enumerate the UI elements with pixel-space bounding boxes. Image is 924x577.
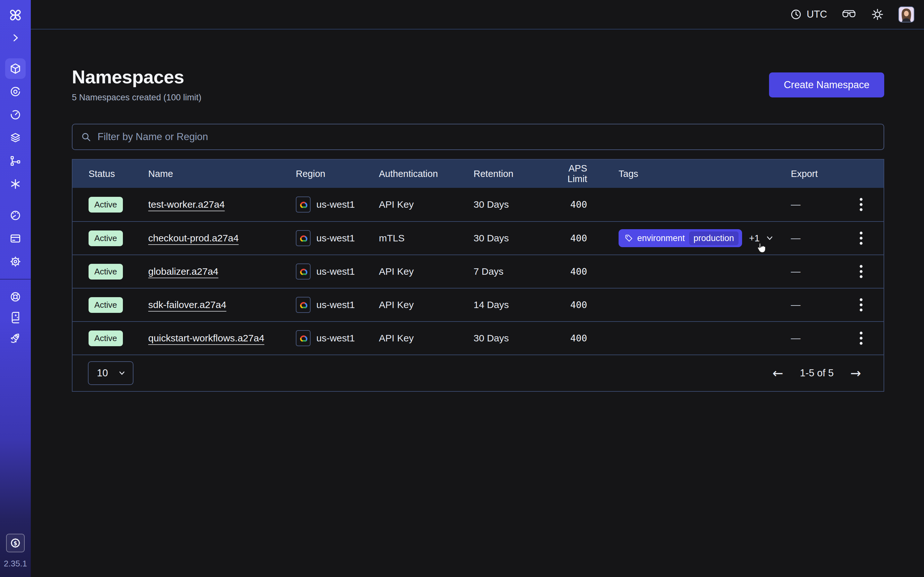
col-header-name: Name [148,169,296,179]
book-sparkles-icon [9,311,22,324]
namespace-link[interactable]: quickstart-workflows.a27a4 [148,333,264,343]
table-row: Active quickstart-workflows.a27a4 us-wes… [73,321,884,355]
branch-workflow-icon [9,155,22,167]
sidebar-item-support[interactable] [5,287,26,307]
user-avatar[interactable] [898,6,914,23]
export-value: — [775,233,838,243]
row-menu-button[interactable] [855,229,867,248]
gear-icon [9,255,22,268]
col-header-auth: Authentication [379,169,473,179]
tags-group: environment production +1 [619,229,774,247]
namespace-link[interactable]: globalizer.a27a4 [148,266,218,277]
sidebar-item-schedules[interactable] [5,105,26,125]
tag-more-count: +1 [749,233,760,243]
tags-expand-chevron[interactable] [765,234,774,243]
sidebar-item-deployments[interactable] [5,151,26,171]
sidebar-nav-primary [5,58,26,194]
kebab-menu-icon [859,231,863,245]
topbar: UTC [31,0,924,29]
sidebar-item-docs[interactable] [5,307,26,327]
sidebar: $ 2.35.1 [0,0,31,577]
temporal-logo[interactable] [8,8,23,23]
sidebar-item-monitors[interactable] [5,81,26,102]
region-label: us-west1 [317,199,355,210]
col-header-retention: Retention [473,169,548,179]
auth-label: API Key [379,300,473,310]
retention-label: 14 Days [473,300,548,310]
timezone-button[interactable]: UTC [790,8,827,21]
sidebar-divider [0,279,31,279]
auth-label: API Key [379,333,473,343]
filter-input[interactable] [97,131,875,143]
aps-limit-value: 400 [570,199,587,210]
export-value: — [775,333,838,343]
row-menu-button[interactable] [855,295,867,314]
labs-toggle-button[interactable] [841,9,857,19]
row-menu-button[interactable] [855,195,867,214]
tag-value: production [689,231,738,245]
sidebar-item-nexus[interactable] [5,174,26,194]
status-badge: Active [89,297,123,313]
spiral-eye-icon [9,85,22,98]
main-content: Namespaces 5 Namespaces created (100 lim… [31,66,924,392]
create-namespace-button[interactable]: Create Namespace [769,73,884,97]
pagination-range-label: 1-5 of 5 [800,367,834,379]
chevron-right-icon [14,35,17,41]
credits-button[interactable]: $ [6,534,25,552]
retention-label: 30 Days [473,199,548,210]
col-header-region: Region [296,169,379,179]
chevron-down-icon [118,369,126,378]
search-icon [81,132,91,142]
sidebar-item-layers[interactable] [5,127,26,148]
namespace-link[interactable]: checkout-prod.a27a4 [148,233,239,243]
svg-text:$: $ [13,540,17,546]
auth-label: mTLS [379,233,473,243]
auth-label: API Key [379,199,473,210]
export-value: — [775,199,838,210]
pagination: ← 1-5 of 5 → [772,367,861,380]
export-value: — [775,300,838,310]
sidebar-item-settings[interactable] [5,251,26,272]
gauge-icon [9,209,22,222]
namespace-link[interactable]: sdk-failover.a27a4 [148,300,226,310]
namespace-link[interactable]: test-worker.a27a4 [148,199,225,210]
chevron-down-icon [765,234,774,243]
kebab-menu-icon [859,197,863,211]
region-label: us-west1 [317,333,355,343]
avatar-portrait-icon [899,7,914,22]
status-badge: Active [89,197,123,213]
aps-limit-value: 400 [570,300,587,310]
page-size-select[interactable]: 10 [88,361,134,385]
col-header-status: Status [89,169,148,179]
sidebar-nav-help [5,287,26,348]
table-row: Active globalizer.a27a4 us-west1 API Key… [73,255,884,288]
sidebar-expand-button[interactable] [10,32,21,44]
region-label: us-west1 [317,233,355,243]
retention-label: 30 Days [473,333,548,343]
export-value: — [775,266,838,277]
col-header-export: Export [775,169,838,179]
col-header-tags: Tags [587,169,775,179]
next-page-button[interactable]: → [850,367,861,380]
sidebar-bottom: $ 2.35.1 [4,534,27,577]
prev-page-button[interactable]: ← [772,367,783,380]
row-menu-button[interactable] [855,329,867,348]
kebab-menu-icon [859,331,863,345]
app-version: 2.35.1 [4,559,27,569]
tag-pill[interactable]: environment production [619,229,742,247]
row-menu-button[interactable] [855,262,867,281]
cube-icon [9,62,22,75]
sidebar-item-billing[interactable] [5,228,26,249]
aps-limit-value: 400 [570,233,587,243]
gcp-cloud-icon [296,197,310,213]
table-footer: 10 ← 1-5 of 5 → [73,355,884,391]
sidebar-item-namespaces[interactable] [5,58,26,79]
page-header: Namespaces 5 Namespaces created (100 lim… [72,66,884,103]
theme-toggle-button[interactable] [871,8,884,21]
aps-limit-value: 400 [570,333,587,343]
sidebar-item-usage[interactable] [5,205,26,226]
sun-icon [871,8,884,21]
sidebar-item-getting-started[interactable] [5,327,26,348]
lifebuoy-icon [9,290,22,303]
layers-icon [9,131,22,144]
